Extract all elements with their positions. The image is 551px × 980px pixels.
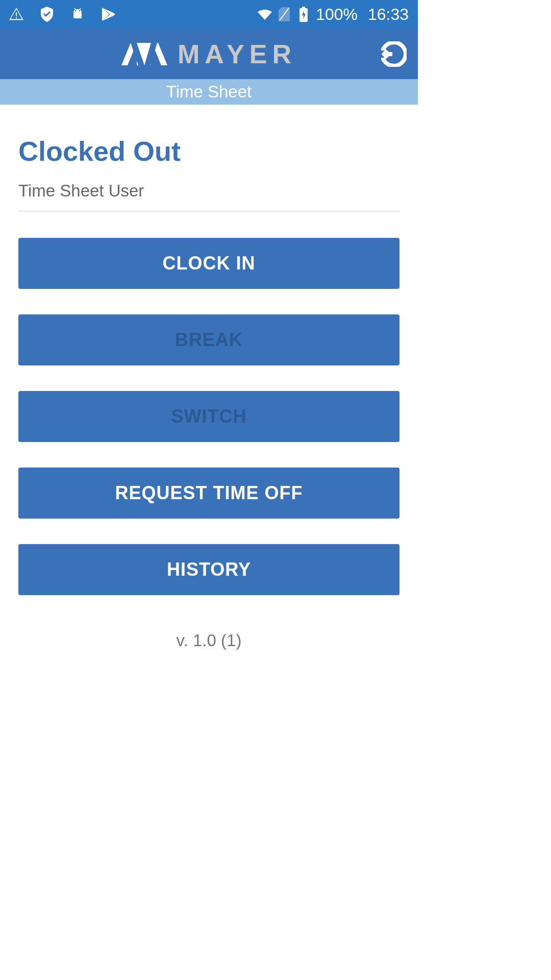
- switch-button[interactable]: SWITCH: [18, 391, 399, 442]
- svg-point-3: [75, 10, 76, 11]
- clock-in-button[interactable]: CLOCK IN: [18, 238, 399, 289]
- svg-point-4: [79, 10, 80, 11]
- play-store-icon: [101, 7, 115, 21]
- brand-logo: MAYER: [121, 39, 296, 69]
- logout-button[interactable]: [381, 41, 407, 67]
- main-content: Clocked Out Time Sheet User CLOCK IN BRE…: [0, 105, 418, 650]
- request-time-off-button[interactable]: REQUEST TIME OFF: [18, 468, 399, 519]
- status-right: 100% 16:33: [258, 5, 409, 24]
- wifi-icon: [258, 7, 272, 21]
- mayer-logo-icon: [121, 43, 167, 65]
- svg-rect-0: [16, 12, 17, 16]
- svg-line-5: [74, 8, 76, 10]
- android-icon: [70, 7, 85, 21]
- clock-time: 16:33: [368, 5, 409, 24]
- history-button[interactable]: HISTORY: [18, 544, 399, 595]
- section-header: Time Sheet: [0, 79, 418, 105]
- clock-status-title: Clocked Out: [18, 135, 399, 167]
- svg-rect-8: [302, 7, 305, 8]
- status-left-icons: [9, 7, 115, 21]
- svg-rect-2: [73, 12, 82, 18]
- svg-line-6: [80, 8, 81, 10]
- status-bar: 100% 16:33: [0, 0, 418, 29]
- app-bar: MAYER: [0, 29, 418, 79]
- battery-percentage: 100%: [316, 5, 358, 24]
- brand-name: MAYER: [178, 39, 296, 69]
- version-label: v. 1.0 (1): [18, 631, 399, 650]
- svg-rect-1: [16, 17, 17, 19]
- user-label: Time Sheet User: [18, 181, 399, 211]
- battery-icon: [296, 7, 311, 21]
- warning-icon: [9, 7, 23, 21]
- break-button[interactable]: BREAK: [18, 314, 399, 365]
- shield-check-icon: [40, 7, 54, 21]
- section-title: Time Sheet: [166, 82, 252, 102]
- sim-icon: [277, 7, 291, 21]
